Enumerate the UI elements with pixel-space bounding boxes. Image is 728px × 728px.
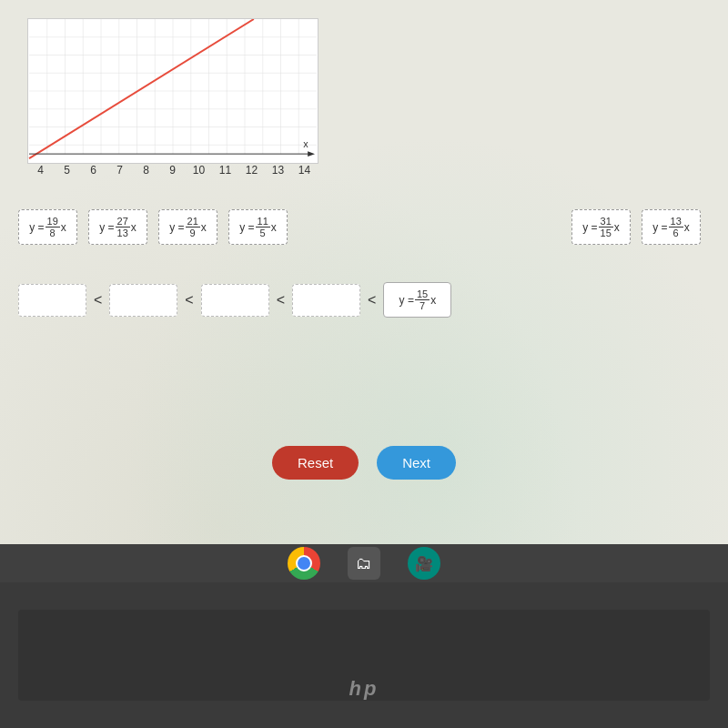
drop-zone-4[interactable] (292, 284, 360, 317)
x-label-12: 12 (238, 164, 265, 177)
x-label-5: 5 (54, 164, 80, 177)
chrome-taskbar: 🗂 🎥 (0, 544, 728, 582)
eq-card-6[interactable]: y = 136x (642, 209, 701, 245)
x-label-10: 10 (186, 164, 212, 177)
x-label-7: 7 (106, 164, 133, 177)
x-label-8: 8 (133, 164, 159, 177)
laptop-bottom: hp (0, 582, 728, 728)
laptop-screen: x 4 5 6 7 8 9 10 11 12 13 14 y = 198x y … (0, 0, 728, 582)
reset-button[interactable]: Reset (272, 446, 359, 480)
drop-zone-1[interactable] (18, 284, 86, 317)
equations-row1-right: y = 3115x y = 136x (571, 209, 701, 245)
eq-card-fixed: y = 157x (383, 282, 451, 318)
x-label-6: 6 (80, 164, 106, 177)
eq-card-1[interactable]: y = 198x (18, 209, 77, 245)
lt-sign-3: < (277, 292, 285, 308)
x-label-9: 9 (159, 164, 186, 177)
x-label-13: 13 (265, 164, 291, 177)
equations-row1-left: y = 198x y = 2713x y = 219x y = 115x (18, 209, 288, 245)
chrome-icon[interactable] (288, 547, 320, 580)
svg-marker-24 (308, 151, 315, 157)
x-label-11: 11 (212, 164, 238, 177)
hp-logo: hp (349, 677, 379, 701)
x-axis-labels: 4 5 6 7 8 9 10 11 12 13 14 (27, 164, 318, 177)
lt-sign-4: < (368, 292, 376, 308)
drop-zone-3[interactable] (201, 284, 269, 317)
eq-card-4[interactable]: y = 115x (228, 209, 288, 245)
lt-sign-2: < (185, 292, 193, 308)
svg-line-22 (29, 19, 254, 158)
meet-icon[interactable]: 🎥 (408, 547, 440, 580)
buttons-row: Reset Next (272, 446, 456, 480)
x-label-4: 4 (27, 164, 54, 177)
eq-card-2[interactable]: y = 2713x (88, 209, 147, 245)
graph-svg: x (28, 19, 318, 163)
files-icon-symbol: 🗂 (356, 554, 372, 573)
graph-area: x (27, 18, 318, 164)
x-label-14: 14 (291, 164, 318, 177)
eq-card-5[interactable]: y = 3115x (571, 209, 631, 245)
lt-sign-1: < (94, 292, 102, 308)
meet-icon-symbol: 🎥 (415, 555, 433, 572)
next-button[interactable]: Next (377, 446, 456, 480)
drop-row: < < < < y = 157x (18, 282, 451, 318)
files-icon[interactable]: 🗂 (348, 547, 380, 580)
drop-zone-2[interactable] (109, 284, 177, 317)
eq-card-3[interactable]: y = 219x (158, 209, 217, 245)
svg-text:x: x (303, 138, 308, 149)
